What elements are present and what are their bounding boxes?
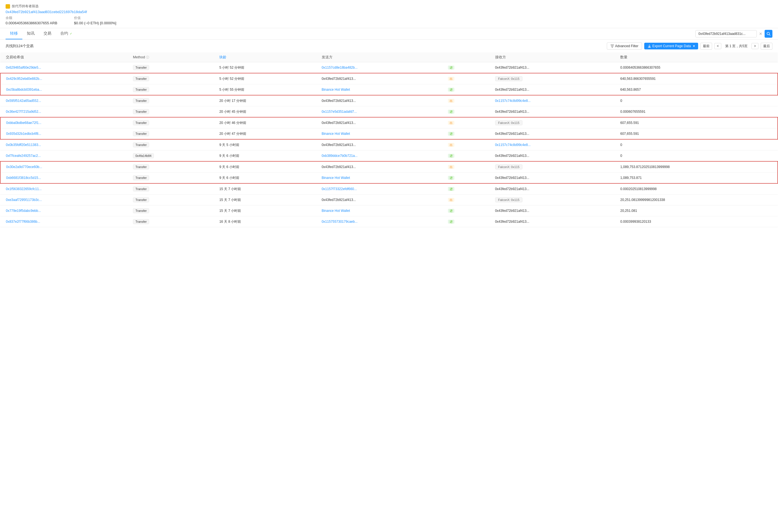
age-cell: 20 小时 47 分钟前 (214, 128, 316, 140)
sender-cell: 0x43fed72b921af413... (316, 161, 442, 173)
first-page-button[interactable]: 最前 (700, 43, 712, 50)
method-cell: Transfer (127, 95, 214, 106)
advanced-filter-button[interactable]: Advanced Filter (607, 42, 642, 50)
age-cell: 5 小时 52 分钟前 (214, 62, 316, 73)
method-cell: Transfer (127, 106, 214, 117)
amount-cell: 1,089,753.871202510813999998 (615, 161, 778, 173)
tx-hash-cell: 0x595f5142a65ad552... (0, 95, 127, 106)
tx-hash-link[interactable]: 0x837e2f77f66b386b... (6, 220, 40, 224)
age-cell: 20 小时 45 分钟前 (214, 106, 316, 117)
direction-cell: 出 (442, 139, 489, 151)
age-cell: 9 天 5 小时前 (214, 139, 316, 151)
balance-value: 0.00064053663866307655 ARB (6, 21, 57, 25)
search-bar: ✕ (695, 30, 772, 38)
sender-cell: 0x115755730179caeb... (316, 216, 442, 227)
prev-page-button[interactable]: < (714, 43, 721, 49)
sender-link[interactable]: Binance Hot Wallet (322, 209, 350, 213)
tx-hash-link[interactable]: 0x629465af60e29de5... (6, 66, 41, 70)
tx-hash-link[interactable]: 0x429c952ebd0e882b... (6, 77, 42, 81)
sender-link[interactable]: 0x1157e5d351adafd7... (322, 110, 357, 114)
receiver-cell: 0x1157c74c8d99c4e8... (489, 139, 615, 151)
search-input[interactable] (695, 30, 757, 37)
direction-badge: 出 (448, 99, 454, 103)
sender-link[interactable]: 0x115755730179caeb... (322, 220, 358, 224)
next-page-button[interactable]: > (752, 43, 759, 49)
direction-badge: 进 (448, 220, 454, 224)
tab-transaction[interactable]: 交易 (39, 28, 56, 39)
direction-cell: 进 (442, 216, 489, 227)
method-cell: Transfer (127, 139, 214, 151)
method-badge: Transfer (133, 98, 149, 103)
method-info-icon[interactable]: ⓘ (146, 56, 149, 59)
sender-link[interactable]: 0x1157f73322efdf660... (322, 187, 357, 191)
export-button[interactable]: Export Current Page Data ▾ (644, 43, 698, 50)
tx-hash-link[interactable]: 0xf7fceafe249257ac2... (6, 154, 41, 158)
amount-cell: 20,251.081 (615, 205, 778, 216)
direction-badge: 进 (448, 209, 454, 213)
tx-hash-link[interactable]: 0x779e19f5dabc9ebb... (6, 209, 41, 213)
table-row: 0x629465af60e29de5...Transfer5 小时 52 分钟前… (0, 62, 778, 73)
direction-badge: 出 (448, 198, 454, 202)
direction-badge: 进 (448, 110, 454, 114)
table-row: 0x935d32b1edbcb4f8...Transfer20 小时 47 分钟… (0, 128, 778, 140)
tx-hash-link[interactable]: 0x36e427f7215a9d52... (6, 110, 41, 114)
receiver-link[interactable]: 0x1157c74c8d99c4e8... (495, 143, 531, 147)
age-cell: 15 天 7 小时前 (214, 205, 316, 216)
tab-bar: 转移 知讯 交易 合约 ✓ ✕ (0, 28, 778, 39)
tx-hash-link[interactable]: 0x595f5142a65ad552... (6, 99, 41, 103)
col-amount: 数量 (615, 53, 778, 62)
clear-icon[interactable]: ✕ (759, 31, 762, 36)
receiver-badge: FalconX: 0x115 (495, 197, 523, 202)
direction-badge: 进 (448, 187, 454, 191)
table-row: 0x595f5142a65ad552...Transfer20 小时 17 分钟… (0, 95, 778, 106)
amount-cell: 0.000202510813999998 (615, 183, 778, 194)
sender-cell: 0x1157e5d351adafd7... (316, 106, 442, 117)
sender-link[interactable]: 0x1157cd8e18ba482b... (322, 66, 358, 70)
table-row: 0x0b35fdff20e511383...Transfer9 天 5 小时前0… (0, 139, 778, 151)
sender-link[interactable]: Binance Hot Wallet (322, 88, 350, 92)
method-cell: Transfer (127, 216, 214, 227)
receiver-badge: FalconX: 0x115 (495, 120, 523, 125)
receiver-cell: 0x43fed72b921af413... (489, 106, 615, 117)
amount-cell: 0.000607655591 (615, 106, 778, 117)
tx-hash-link[interactable]: 0xc5ba8bdcb0391eba... (6, 88, 42, 92)
col-age[interactable]: 块龄 (214, 53, 316, 62)
direction-badge: 出 (448, 121, 454, 125)
direction-cell: 出 (442, 194, 489, 205)
table-row: 0xc5ba8bdcb0391eba...Transfer5 小时 55 分钟前… (0, 84, 778, 95)
amount-cell: 0 (615, 139, 778, 151)
address-link[interactable]: 0x43fed72b921af413aad831cebd221697b18da5… (6, 10, 87, 14)
amount-cell: 0.00064053663866307655 (615, 62, 778, 73)
method-cell: Transfer (127, 73, 214, 84)
sender-link[interactable]: 0xb389ddce7b0b721a... (322, 154, 358, 158)
tx-hash-link[interactable]: 0x0b35fdff20e511383... (6, 143, 41, 147)
sender-cell: Binance Hot Wallet (316, 173, 442, 184)
tx-hash-link[interactable]: 0x935d32b1edbcb4f8... (6, 132, 41, 136)
last-page-button[interactable]: 最后 (761, 43, 772, 50)
tab-contract[interactable]: 合约 ✓ (56, 28, 77, 39)
amount-cell: 607,655.591 (615, 128, 778, 140)
amount-cell: 607,655.591 (615, 117, 778, 128)
value-label: 价值 (74, 16, 116, 20)
tx-hash-cell: 0x837e2f77f66b386b... (0, 216, 127, 227)
receiver-link[interactable]: 0x1157c74c8d99c4e8... (495, 99, 531, 103)
sender-link[interactable]: Binance Hot Wallet (322, 132, 350, 136)
direction-cell: 进 (442, 84, 489, 95)
tx-hash-link[interactable]: 0xb6681f3818cc5d15... (6, 176, 41, 180)
tx-hash-link[interactable]: 0x1f5638322659cfc11... (6, 187, 42, 191)
tx-hash-link[interactable]: 0x30e2a9d770ece60b... (6, 165, 42, 169)
tab-transfer[interactable]: 转移 (6, 28, 22, 39)
page-info: 第 1 页，共5页 (723, 43, 749, 50)
direction-cell: 进 (442, 151, 489, 162)
tx-hash-link[interactable]: 0xbba0bdbe68ae72f1... (6, 121, 41, 125)
search-button[interactable] (765, 30, 772, 38)
receiver-cell: 0x43fed72b921af413... (489, 173, 615, 184)
sender-cell: 0x1157cd8e18ba482b... (316, 62, 442, 73)
tx-hash-cell: 0xf7fceafe249257ac2... (0, 151, 127, 162)
table-row: 0x30e2a9d770ece60b...Transfer9 天 6 小时前0x… (0, 161, 778, 173)
direction-cell: 出 (442, 117, 489, 128)
tab-news[interactable]: 知讯 (22, 28, 39, 39)
tx-hash-link[interactable]: 0xe3aaf7295f1173b3c... (6, 198, 42, 202)
table-row: 0x36e427f7215a9d52...Transfer20 小时 45 分钟… (0, 106, 778, 117)
sender-link[interactable]: Binance Hot Wallet (322, 176, 350, 180)
